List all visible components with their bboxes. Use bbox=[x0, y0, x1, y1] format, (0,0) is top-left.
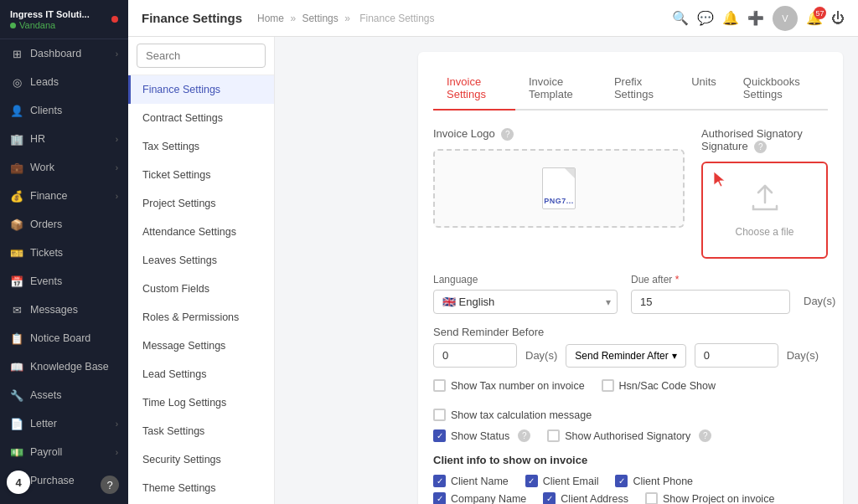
search-input[interactable] bbox=[137, 44, 266, 68]
sidebar-item-payroll[interactable]: 💵 Payroll › bbox=[0, 438, 128, 466]
client-phone-cb[interactable] bbox=[615, 475, 628, 487]
subnav-task-settings[interactable]: Task Settings bbox=[128, 417, 274, 445]
orders-icon: 📦 bbox=[10, 218, 23, 231]
sidebar-item-hr[interactable]: 🏢 HR › bbox=[0, 125, 128, 153]
subnav-message-settings[interactable]: Message Settings bbox=[128, 332, 274, 360]
alert-dot bbox=[111, 16, 118, 23]
show-status-help[interactable]: ? bbox=[518, 429, 530, 442]
subnav-security-settings[interactable]: Security Settings bbox=[128, 445, 274, 474]
sidebar-item-tickets[interactable]: 🎫 Tickets bbox=[0, 239, 128, 267]
events-icon: 📅 bbox=[10, 275, 23, 288]
bell-button[interactable]: 🔔 bbox=[722, 10, 739, 26]
sidebar-item-letter[interactable]: 📄 Letter › bbox=[0, 409, 128, 438]
signature-upload-area[interactable]: Choose a file bbox=[716, 177, 813, 244]
client-name-checkbox[interactable]: Client Name bbox=[433, 475, 509, 487]
subnav-custom-fields[interactable]: Custom Fields bbox=[128, 275, 274, 303]
main-content: Invoice Settings Invoice Template Prefix… bbox=[403, 37, 858, 504]
sidebar: Ingress IT Soluti... Vandana ⊞ Dashboard… bbox=[0, 0, 128, 504]
language-group: Language 🇬🇧 English bbox=[433, 274, 618, 314]
send-reminder-after-button[interactable]: Send Reminder After ▾ bbox=[566, 344, 685, 368]
subnav-lead-settings[interactable]: Lead Settings bbox=[128, 360, 274, 388]
user-name: Vandana bbox=[10, 20, 90, 30]
sidebar-item-assets[interactable]: 🔧 Assets bbox=[0, 381, 128, 409]
subnav-leaves-settings[interactable]: Leaves Settings bbox=[128, 246, 274, 275]
show-tax-number-checkbox[interactable]: Show Tax number on invoice bbox=[433, 379, 585, 392]
client-address-cb[interactable] bbox=[543, 492, 556, 504]
show-authorised-help[interactable]: ? bbox=[699, 429, 711, 442]
choose-file-label: Choose a file bbox=[735, 226, 793, 238]
subnav-theme-settings[interactable]: Theme Settings bbox=[128, 474, 274, 502]
subnav-ticket-settings[interactable]: Ticket Settings bbox=[128, 161, 274, 189]
invoice-logo-upload[interactable]: PNG7... bbox=[433, 149, 685, 228]
help-button[interactable]: ? bbox=[101, 476, 119, 494]
show-project-cb[interactable] bbox=[645, 492, 658, 504]
sidebar-item-dashboard[interactable]: ⊞ Dashboard › bbox=[0, 39, 128, 68]
client-email-checkbox[interactable]: Client Email bbox=[525, 475, 599, 487]
subnav-contract-settings[interactable]: Contract Settings bbox=[128, 104, 274, 132]
sidebar-item-noticeboard[interactable]: 📋 Notice Board bbox=[0, 324, 128, 352]
hsn-sac-cb[interactable] bbox=[602, 379, 614, 392]
show-project-checkbox[interactable]: Show Project on invoice bbox=[645, 492, 774, 504]
reminder-section-label: Send Reminder Before bbox=[433, 326, 828, 338]
show-tax-number-cb[interactable] bbox=[433, 379, 446, 392]
search-button[interactable]: 🔍 bbox=[672, 10, 689, 26]
reminder-before-input[interactable] bbox=[433, 343, 517, 368]
tab-invoice-template[interactable]: Invoice Template bbox=[515, 67, 601, 111]
signature-upload-box[interactable]: Choose a file bbox=[701, 162, 828, 259]
company-name-checkbox[interactable]: Company Name bbox=[433, 492, 526, 504]
svg-marker-0 bbox=[714, 172, 725, 187]
client-email-cb[interactable] bbox=[525, 475, 538, 487]
chevron-icon: › bbox=[116, 192, 118, 201]
company-name-cb[interactable] bbox=[433, 492, 446, 504]
sidebar-item-orders[interactable]: 📦 Orders bbox=[0, 210, 128, 239]
sidebar-item-messages[interactable]: ✉ Messages bbox=[0, 296, 128, 324]
invoice-logo-help[interactable]: ? bbox=[501, 128, 514, 141]
power-button[interactable]: ⏻ bbox=[831, 11, 845, 26]
show-authorised-checkbox[interactable]: Show Authorised Signatory ? bbox=[547, 429, 711, 442]
reminder-after-input[interactable] bbox=[695, 343, 778, 368]
tab-prefix-settings[interactable]: Prefix Settings bbox=[601, 67, 678, 111]
subnav-attendance-settings[interactable]: Attendance Settings bbox=[128, 218, 274, 246]
subnav-roles-permissions[interactable]: Roles & Permissions bbox=[128, 303, 274, 332]
badge-number[interactable]: 4 bbox=[7, 471, 30, 494]
show-tax-calc-checkbox[interactable]: Show tax calculation message bbox=[433, 409, 592, 421]
sidebar-item-finance[interactable]: 💰 Finance › bbox=[0, 182, 128, 210]
language-select[interactable]: 🇬🇧 English bbox=[433, 290, 618, 314]
client-phone-checkbox[interactable]: Client Phone bbox=[615, 475, 693, 487]
online-indicator bbox=[10, 23, 16, 28]
avatar[interactable]: V bbox=[773, 6, 798, 31]
subnav-time-log-settings[interactable]: Time Log Settings bbox=[128, 388, 274, 417]
due-after-input[interactable] bbox=[631, 290, 790, 314]
reminder-after-days: Day(s) bbox=[787, 349, 819, 362]
breadcrumb-home[interactable]: Home bbox=[257, 13, 284, 24]
show-tax-calc-cb[interactable] bbox=[433, 409, 446, 421]
sidebar-item-knowledge[interactable]: 📖 Knowledge Base bbox=[0, 352, 128, 381]
show-authorised-cb[interactable] bbox=[547, 429, 560, 442]
hsn-sac-checkbox[interactable]: Hsn/Sac Code Show bbox=[602, 379, 716, 392]
client-name-cb[interactable] bbox=[433, 475, 446, 487]
show-status-checkbox[interactable]: Show Status ? bbox=[433, 429, 530, 442]
breadcrumb-settings[interactable]: Settings bbox=[302, 13, 338, 24]
tab-units[interactable]: Units bbox=[678, 67, 730, 111]
tab-quickbooks[interactable]: Quickbooks Settings bbox=[730, 67, 828, 111]
work-icon: 💼 bbox=[10, 161, 23, 174]
sidebar-item-events[interactable]: 📅 Events bbox=[0, 267, 128, 296]
subnav-project-settings[interactable]: Project Settings bbox=[128, 189, 274, 218]
sidebar-item-clients[interactable]: 👤 Clients bbox=[0, 96, 128, 125]
client-address-checkbox[interactable]: Client Address bbox=[543, 492, 628, 504]
signature-help[interactable]: ? bbox=[754, 141, 767, 153]
sidebar-item-leads[interactable]: ◎ Leads bbox=[0, 68, 128, 96]
show-status-cb[interactable] bbox=[433, 429, 446, 442]
chat-button[interactable]: 💬 bbox=[697, 10, 714, 26]
subnav-finance-settings[interactable]: Finance Settings bbox=[128, 75, 274, 104]
checkboxes-row-1: Show Tax number on invoice Hsn/Sac Code … bbox=[433, 379, 828, 421]
logo-signature-row: Invoice Logo ? PNG7... Authorised Signat… bbox=[433, 127, 828, 259]
tab-invoice-settings[interactable]: Invoice Settings bbox=[433, 67, 515, 111]
tabs: Invoice Settings Invoice Template Prefix… bbox=[433, 67, 828, 111]
notification-button[interactable]: 🔔 57 bbox=[806, 10, 823, 26]
signature-section: Authorised Signatory Signature ? Choose … bbox=[701, 127, 828, 259]
plus-button[interactable]: ➕ bbox=[747, 10, 764, 26]
sidebar-item-work[interactable]: 💼 Work › bbox=[0, 153, 128, 182]
subnav-tax-settings[interactable]: Tax Settings bbox=[128, 132, 274, 161]
chevron-icon: › bbox=[116, 135, 118, 144]
